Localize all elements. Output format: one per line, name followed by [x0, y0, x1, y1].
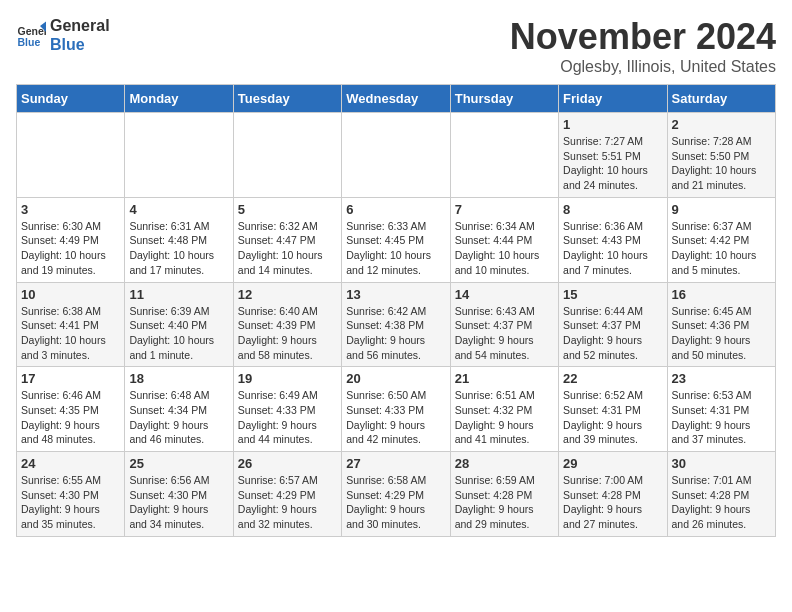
day-cell: 7Sunrise: 6:34 AM Sunset: 4:44 PM Daylig…: [450, 197, 558, 282]
day-number: 29: [563, 456, 662, 471]
day-cell: 3Sunrise: 6:30 AM Sunset: 4:49 PM Daylig…: [17, 197, 125, 282]
day-cell: 25Sunrise: 6:56 AM Sunset: 4:30 PM Dayli…: [125, 452, 233, 537]
day-info: Sunrise: 6:55 AM Sunset: 4:30 PM Dayligh…: [21, 473, 120, 532]
day-cell: 9Sunrise: 6:37 AM Sunset: 4:42 PM Daylig…: [667, 197, 775, 282]
day-cell: 17Sunrise: 6:46 AM Sunset: 4:35 PM Dayli…: [17, 367, 125, 452]
header-row: SundayMondayTuesdayWednesdayThursdayFrid…: [17, 85, 776, 113]
day-info: Sunrise: 6:32 AM Sunset: 4:47 PM Dayligh…: [238, 219, 337, 278]
header-day-saturday: Saturday: [667, 85, 775, 113]
day-cell: [342, 113, 450, 198]
day-info: Sunrise: 6:40 AM Sunset: 4:39 PM Dayligh…: [238, 304, 337, 363]
day-cell: 20Sunrise: 6:50 AM Sunset: 4:33 PM Dayli…: [342, 367, 450, 452]
day-cell: 10Sunrise: 6:38 AM Sunset: 4:41 PM Dayli…: [17, 282, 125, 367]
header-day-sunday: Sunday: [17, 85, 125, 113]
day-number: 14: [455, 287, 554, 302]
svg-text:Blue: Blue: [18, 36, 41, 48]
day-info: Sunrise: 6:38 AM Sunset: 4:41 PM Dayligh…: [21, 304, 120, 363]
day-info: Sunrise: 6:46 AM Sunset: 4:35 PM Dayligh…: [21, 388, 120, 447]
logo-general: General: [50, 16, 110, 35]
day-cell: 11Sunrise: 6:39 AM Sunset: 4:40 PM Dayli…: [125, 282, 233, 367]
day-cell: [233, 113, 341, 198]
calendar-table: SundayMondayTuesdayWednesdayThursdayFrid…: [16, 84, 776, 537]
day-info: Sunrise: 6:50 AM Sunset: 4:33 PM Dayligh…: [346, 388, 445, 447]
day-info: Sunrise: 7:00 AM Sunset: 4:28 PM Dayligh…: [563, 473, 662, 532]
week-row-2: 3Sunrise: 6:30 AM Sunset: 4:49 PM Daylig…: [17, 197, 776, 282]
day-number: 19: [238, 371, 337, 386]
day-number: 1: [563, 117, 662, 132]
day-cell: 8Sunrise: 6:36 AM Sunset: 4:43 PM Daylig…: [559, 197, 667, 282]
day-cell: 30Sunrise: 7:01 AM Sunset: 4:28 PM Dayli…: [667, 452, 775, 537]
day-number: 30: [672, 456, 771, 471]
day-cell: 16Sunrise: 6:45 AM Sunset: 4:36 PM Dayli…: [667, 282, 775, 367]
day-cell: 18Sunrise: 6:48 AM Sunset: 4:34 PM Dayli…: [125, 367, 233, 452]
day-cell: 26Sunrise: 6:57 AM Sunset: 4:29 PM Dayli…: [233, 452, 341, 537]
logo-blue: Blue: [50, 35, 110, 54]
day-number: 13: [346, 287, 445, 302]
day-cell: 22Sunrise: 6:52 AM Sunset: 4:31 PM Dayli…: [559, 367, 667, 452]
day-number: 28: [455, 456, 554, 471]
day-number: 12: [238, 287, 337, 302]
day-cell: 2Sunrise: 7:28 AM Sunset: 5:50 PM Daylig…: [667, 113, 775, 198]
day-number: 21: [455, 371, 554, 386]
day-info: Sunrise: 6:43 AM Sunset: 4:37 PM Dayligh…: [455, 304, 554, 363]
day-cell: 13Sunrise: 6:42 AM Sunset: 4:38 PM Dayli…: [342, 282, 450, 367]
day-cell: [450, 113, 558, 198]
day-cell: 23Sunrise: 6:53 AM Sunset: 4:31 PM Dayli…: [667, 367, 775, 452]
day-info: Sunrise: 6:33 AM Sunset: 4:45 PM Dayligh…: [346, 219, 445, 278]
day-cell: 29Sunrise: 7:00 AM Sunset: 4:28 PM Dayli…: [559, 452, 667, 537]
day-info: Sunrise: 6:57 AM Sunset: 4:29 PM Dayligh…: [238, 473, 337, 532]
day-info: Sunrise: 6:56 AM Sunset: 4:30 PM Dayligh…: [129, 473, 228, 532]
day-info: Sunrise: 7:01 AM Sunset: 4:28 PM Dayligh…: [672, 473, 771, 532]
day-cell: [125, 113, 233, 198]
header-day-thursday: Thursday: [450, 85, 558, 113]
day-info: Sunrise: 6:45 AM Sunset: 4:36 PM Dayligh…: [672, 304, 771, 363]
day-info: Sunrise: 7:28 AM Sunset: 5:50 PM Dayligh…: [672, 134, 771, 193]
day-info: Sunrise: 6:37 AM Sunset: 4:42 PM Dayligh…: [672, 219, 771, 278]
day-number: 16: [672, 287, 771, 302]
week-row-1: 1Sunrise: 7:27 AM Sunset: 5:51 PM Daylig…: [17, 113, 776, 198]
week-row-4: 17Sunrise: 6:46 AM Sunset: 4:35 PM Dayli…: [17, 367, 776, 452]
day-number: 20: [346, 371, 445, 386]
day-info: Sunrise: 6:49 AM Sunset: 4:33 PM Dayligh…: [238, 388, 337, 447]
day-number: 23: [672, 371, 771, 386]
day-number: 25: [129, 456, 228, 471]
day-info: Sunrise: 6:44 AM Sunset: 4:37 PM Dayligh…: [563, 304, 662, 363]
month-title: November 2024: [510, 16, 776, 58]
title-section: November 2024 Oglesby, Illinois, United …: [510, 16, 776, 76]
day-cell: 24Sunrise: 6:55 AM Sunset: 4:30 PM Dayli…: [17, 452, 125, 537]
day-cell: 12Sunrise: 6:40 AM Sunset: 4:39 PM Dayli…: [233, 282, 341, 367]
day-number: 7: [455, 202, 554, 217]
day-cell: 5Sunrise: 6:32 AM Sunset: 4:47 PM Daylig…: [233, 197, 341, 282]
day-cell: 6Sunrise: 6:33 AM Sunset: 4:45 PM Daylig…: [342, 197, 450, 282]
day-info: Sunrise: 6:52 AM Sunset: 4:31 PM Dayligh…: [563, 388, 662, 447]
header-day-monday: Monday: [125, 85, 233, 113]
day-info: Sunrise: 6:39 AM Sunset: 4:40 PM Dayligh…: [129, 304, 228, 363]
header-day-friday: Friday: [559, 85, 667, 113]
day-cell: 27Sunrise: 6:58 AM Sunset: 4:29 PM Dayli…: [342, 452, 450, 537]
day-info: Sunrise: 6:31 AM Sunset: 4:48 PM Dayligh…: [129, 219, 228, 278]
day-number: 3: [21, 202, 120, 217]
day-cell: 1Sunrise: 7:27 AM Sunset: 5:51 PM Daylig…: [559, 113, 667, 198]
day-number: 17: [21, 371, 120, 386]
day-cell: 19Sunrise: 6:49 AM Sunset: 4:33 PM Dayli…: [233, 367, 341, 452]
day-number: 9: [672, 202, 771, 217]
day-number: 11: [129, 287, 228, 302]
day-number: 2: [672, 117, 771, 132]
day-cell: 14Sunrise: 6:43 AM Sunset: 4:37 PM Dayli…: [450, 282, 558, 367]
day-number: 27: [346, 456, 445, 471]
day-cell: 28Sunrise: 6:59 AM Sunset: 4:28 PM Dayli…: [450, 452, 558, 537]
week-row-5: 24Sunrise: 6:55 AM Sunset: 4:30 PM Dayli…: [17, 452, 776, 537]
location: Oglesby, Illinois, United States: [510, 58, 776, 76]
day-number: 22: [563, 371, 662, 386]
logo: General Blue General Blue: [16, 16, 110, 54]
day-number: 4: [129, 202, 228, 217]
day-info: Sunrise: 6:48 AM Sunset: 4:34 PM Dayligh…: [129, 388, 228, 447]
day-cell: 15Sunrise: 6:44 AM Sunset: 4:37 PM Dayli…: [559, 282, 667, 367]
day-number: 10: [21, 287, 120, 302]
header: General Blue General Blue November 2024 …: [16, 16, 776, 76]
day-cell: [17, 113, 125, 198]
day-number: 24: [21, 456, 120, 471]
day-info: Sunrise: 6:34 AM Sunset: 4:44 PM Dayligh…: [455, 219, 554, 278]
day-cell: 21Sunrise: 6:51 AM Sunset: 4:32 PM Dayli…: [450, 367, 558, 452]
day-info: Sunrise: 6:36 AM Sunset: 4:43 PM Dayligh…: [563, 219, 662, 278]
